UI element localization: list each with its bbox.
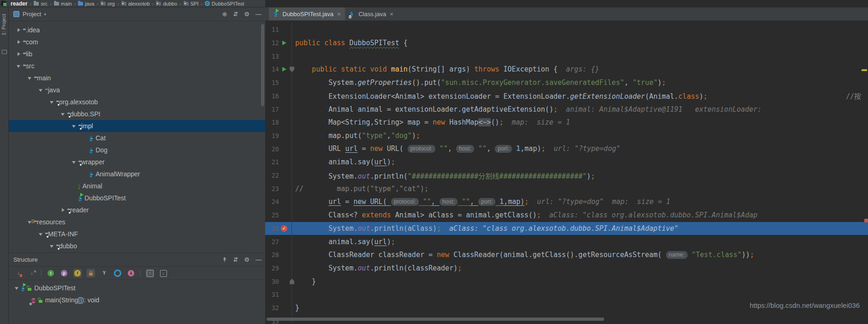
tree-item-dog[interactable]: CDog	[9, 144, 265, 156]
settings-gear-icon[interactable]: ⚙	[244, 256, 250, 263]
tree-item-dubbospitest[interactable]: CDubboSPITest	[9, 192, 265, 204]
line-number[interactable]: 13	[265, 53, 279, 60]
tree-item-dubbo[interactable]: dubbo	[9, 240, 265, 252]
gutter[interactable]	[279, 262, 292, 275]
gutter[interactable]	[279, 235, 292, 248]
chevron-expanded-icon[interactable]	[71, 159, 77, 166]
editor-line-31[interactable]: 31	[265, 288, 868, 301]
breadcrumb-item-main[interactable]: main	[53, 1, 73, 6]
gutter[interactable]	[279, 288, 292, 301]
editor-line-16[interactable]: 16 ExtensionLoader<Animal> extensionLoad…	[265, 90, 868, 103]
expand-all-icon[interactable]: ↟	[222, 256, 227, 263]
project-panel-title[interactable]: Project	[23, 11, 41, 18]
line-number[interactable]: 17	[265, 106, 279, 113]
breadcrumb-item-reader[interactable]: reader	[10, 0, 29, 7]
editor-line-27[interactable]: 27 animal.say(url);	[265, 235, 868, 248]
gutter[interactable]	[279, 129, 292, 143]
hide-panel-icon[interactable]: —	[256, 256, 262, 263]
close-icon[interactable]: ×	[390, 11, 393, 18]
show-lambdas-icon[interactable]: λ	[127, 269, 135, 277]
line-number[interactable]: 31	[265, 291, 279, 298]
tree-item-lib[interactable]: lib	[9, 48, 265, 60]
line-number[interactable]: 16	[265, 92, 279, 100]
hide-panel-icon[interactable]: —	[256, 11, 262, 18]
line-number[interactable]: 23	[265, 185, 279, 192]
project-tool-window-button[interactable]: 1: Project	[1, 14, 6, 35]
breadcrumb-item-dubbospitest[interactable]: CDubboSPITest	[204, 1, 245, 6]
editor-line-12[interactable]: 12public class DubboSPITest {	[265, 36, 868, 50]
gutter[interactable]	[279, 156, 292, 169]
gutter[interactable]	[279, 169, 292, 182]
run-line-icon[interactable]	[282, 67, 286, 72]
tree-item-meta-inf[interactable]: META-INF	[9, 228, 265, 240]
editor-line-11[interactable]: 11	[265, 23, 868, 36]
line-number[interactable]: 18	[265, 119, 279, 126]
line-number[interactable]: 21	[265, 158, 279, 166]
line-number[interactable]: 12	[265, 39, 279, 47]
editor-line-25[interactable]: 25 Class<? extends Animal> aClass = anim…	[265, 209, 868, 222]
tab-dubbospitest-java[interactable]: C DubboSPITest.java ×	[269, 7, 345, 20]
tree-item-reader[interactable]: reader	[9, 204, 265, 216]
chevron-collapsed-icon[interactable]	[15, 27, 22, 34]
tree-item-resources[interactable]: resources	[9, 216, 265, 228]
line-number[interactable]: 29	[265, 264, 279, 272]
gutter[interactable]	[279, 23, 292, 36]
line-number[interactable]: 28	[265, 251, 279, 258]
gutter[interactable]	[279, 301, 292, 315]
gutter[interactable]	[279, 275, 292, 288]
collapse-all-icon[interactable]: ⇵	[233, 256, 238, 263]
chevron-expanded-icon[interactable]	[13, 285, 20, 292]
show-anonymous-classes-icon[interactable]	[113, 269, 122, 277]
run-line-icon[interactable]	[282, 41, 286, 45]
chevron-expanded-icon[interactable]	[59, 111, 66, 118]
gutter[interactable]	[279, 36, 292, 50]
chevron-expanded-icon[interactable]	[15, 63, 22, 70]
group-methods-icon[interactable]: Y	[100, 269, 108, 277]
editor-line-28[interactable]: 28 ClassReader classReader = new ClassRe…	[265, 248, 868, 262]
chevron-expanded-icon[interactable]	[37, 231, 44, 238]
error-stripe-warning-mark[interactable]	[862, 69, 867, 71]
autoscroll-from-source-icon[interactable]: ↑	[146, 269, 154, 277]
editor-line-22[interactable]: 22 System.out.println("################分…	[265, 169, 868, 182]
structure-item-dubbospitest[interactable]: CDubboSPITest	[9, 282, 265, 294]
chevron-collapsed-icon[interactable]	[59, 207, 66, 214]
editor-line-17[interactable]: 17 Animal animal = extensionLoader.getAd…	[265, 102, 868, 116]
tree-item-wrapper[interactable]: wrapper	[9, 156, 265, 168]
tree-item-animal[interactable]: IAnimal	[9, 180, 265, 192]
gutter[interactable]	[279, 49, 292, 63]
tree-item-main[interactable]: main	[9, 72, 265, 84]
breadcrumb-item-alexsotob[interactable]: alexsotob	[120, 1, 151, 6]
show-non-public-icon[interactable]	[87, 269, 95, 277]
gutter[interactable]	[279, 142, 292, 156]
breadcrumb-item-java[interactable]: java	[77, 1, 95, 6]
gutter[interactable]	[279, 209, 292, 222]
tree-item-src[interactable]: src	[9, 60, 265, 72]
line-number[interactable]: 15	[265, 79, 279, 86]
gutter[interactable]	[279, 102, 292, 116]
editor-line-29[interactable]: 29 System.out.println(classReader);	[265, 262, 868, 275]
breadcrumb-item-spi[interactable]: SPI	[183, 1, 200, 6]
line-number[interactable]: 27	[265, 238, 279, 246]
line-number[interactable]: 14	[265, 66, 279, 73]
editor-line-20[interactable]: 20 URL url = new URL( protocol: "", host…	[265, 142, 868, 156]
tree-item-com[interactable]: com	[9, 36, 265, 48]
breakpoint-verified-icon[interactable]: ✓	[281, 225, 287, 232]
breadcrumb-item-org[interactable]: org	[100, 1, 116, 6]
line-number[interactable]: 25	[265, 211, 279, 219]
error-stripe-breakpoint-mark[interactable]	[864, 219, 868, 222]
line-number[interactable]: 22	[265, 172, 279, 179]
chevron-expanded-icon[interactable]	[37, 87, 44, 94]
editor-line-23[interactable]: 23// map.put("type","cat");	[265, 182, 868, 195]
line-number[interactable]: 11	[265, 26, 279, 33]
structure-item-main-string-void[interactable]: mmain(String[]): void	[9, 294, 265, 306]
show-properties-icon[interactable]: p	[60, 269, 68, 277]
chevron-expanded-icon[interactable]	[48, 243, 55, 250]
editor-line-30[interactable]: 30 }	[265, 275, 868, 288]
line-number[interactable]: 32	[265, 304, 279, 312]
show-inherited-icon[interactable]: I	[47, 269, 55, 277]
tree-item-org-alexsotob[interactable]: org.alexsotob	[9, 96, 265, 108]
chevron-expanded-icon[interactable]	[71, 123, 77, 130]
horizontal-scrollbar[interactable]	[267, 318, 604, 321]
sort-by-visibility-icon[interactable]: ↓	[14, 269, 23, 277]
line-number[interactable]: 20	[265, 145, 279, 153]
